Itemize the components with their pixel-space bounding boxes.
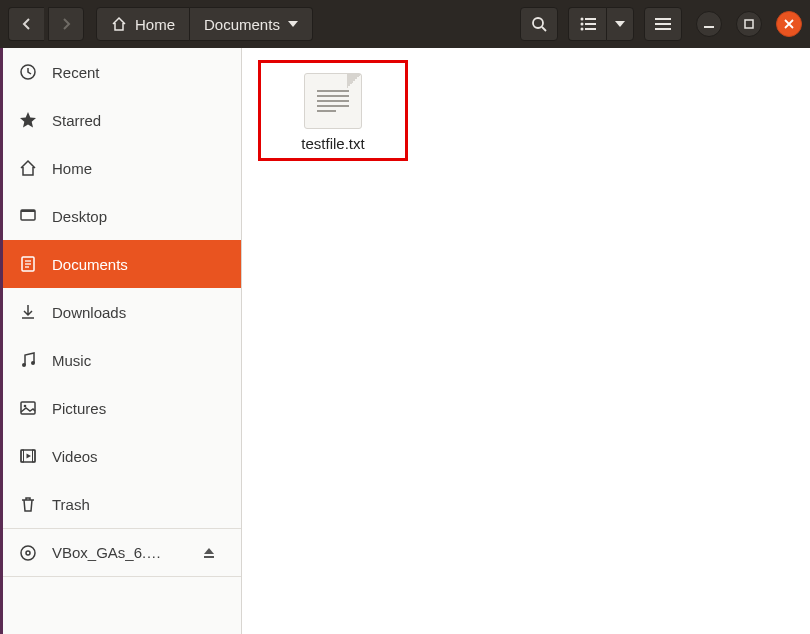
sidebar-item-label: Music bbox=[52, 352, 91, 369]
svg-point-0 bbox=[533, 18, 543, 28]
clock-icon bbox=[18, 63, 38, 81]
list-view-button[interactable] bbox=[568, 7, 606, 41]
hamburger-menu-button[interactable] bbox=[644, 7, 682, 41]
sidebar-item-label: Downloads bbox=[52, 304, 126, 321]
svg-rect-15 bbox=[21, 210, 35, 212]
minimize-button[interactable] bbox=[696, 11, 722, 37]
document-icon bbox=[18, 255, 38, 273]
eject-button[interactable] bbox=[195, 539, 223, 567]
sidebar-item-label: Starred bbox=[52, 112, 101, 129]
svg-rect-9 bbox=[655, 23, 671, 25]
list-icon bbox=[580, 17, 596, 31]
sidebar-item-label: VBox_GAs_6.… bbox=[52, 544, 161, 561]
close-icon bbox=[784, 19, 794, 29]
sidebar-item-recent[interactable]: Recent bbox=[0, 48, 241, 96]
caret-down-icon bbox=[615, 21, 625, 27]
titlebar: Home Documents bbox=[0, 0, 810, 48]
file-label: testfile.txt bbox=[301, 135, 364, 152]
search-icon bbox=[531, 16, 547, 32]
svg-rect-12 bbox=[745, 20, 753, 28]
svg-point-2 bbox=[580, 18, 583, 21]
svg-point-20 bbox=[22, 363, 26, 367]
minimize-icon bbox=[704, 19, 714, 29]
svg-rect-22 bbox=[21, 402, 35, 414]
sidebar-item-desktop[interactable]: Desktop bbox=[0, 192, 241, 240]
svg-rect-25 bbox=[21, 450, 24, 462]
svg-point-28 bbox=[26, 551, 30, 555]
home-icon bbox=[111, 16, 127, 32]
music-icon bbox=[18, 351, 38, 369]
view-options-button[interactable] bbox=[606, 7, 634, 41]
text-file-icon bbox=[304, 73, 362, 129]
sidebar-item-label: Home bbox=[52, 160, 92, 177]
sidebar-item-label: Recent bbox=[52, 64, 100, 81]
svg-point-23 bbox=[24, 405, 27, 408]
sidebar-item-trash[interactable]: Trash bbox=[0, 480, 241, 528]
sidebar-item-downloads[interactable]: Downloads bbox=[0, 288, 241, 336]
svg-line-1 bbox=[542, 27, 546, 31]
svg-rect-5 bbox=[585, 23, 596, 25]
sidebar-item-label: Desktop bbox=[52, 208, 107, 225]
maximize-icon bbox=[744, 19, 754, 29]
download-icon bbox=[18, 303, 38, 321]
svg-rect-3 bbox=[585, 18, 596, 20]
breadcrumb-current-label: Documents bbox=[204, 16, 280, 33]
disc-icon bbox=[18, 544, 38, 562]
svg-rect-10 bbox=[655, 28, 671, 30]
svg-point-4 bbox=[580, 23, 583, 26]
file-pane[interactable]: testfile.txt bbox=[242, 48, 810, 634]
desktop-icon bbox=[18, 207, 38, 225]
eject-icon bbox=[203, 547, 215, 559]
pictures-icon bbox=[18, 399, 38, 417]
home-icon bbox=[18, 159, 38, 177]
sidebar-item-drive[interactable]: VBox_GAs_6.… bbox=[0, 528, 241, 576]
sidebar-item-label: Trash bbox=[52, 496, 90, 513]
sidebar-item-label: Pictures bbox=[52, 400, 106, 417]
sidebar-item-music[interactable]: Music bbox=[0, 336, 241, 384]
forward-button[interactable] bbox=[48, 7, 84, 41]
body: Recent Starred Home Desktop Documents bbox=[0, 48, 810, 634]
back-button[interactable] bbox=[8, 7, 44, 41]
maximize-button[interactable] bbox=[736, 11, 762, 37]
caret-down-icon bbox=[288, 21, 298, 27]
hamburger-icon bbox=[655, 18, 671, 30]
svg-rect-26 bbox=[33, 450, 36, 462]
sidebar-item-documents[interactable]: Documents bbox=[0, 240, 241, 288]
sidebar-item-label: Videos bbox=[52, 448, 98, 465]
sidebar-item-videos[interactable]: Videos bbox=[0, 432, 241, 480]
close-button[interactable] bbox=[776, 11, 802, 37]
svg-rect-8 bbox=[655, 18, 671, 20]
svg-rect-29 bbox=[204, 556, 214, 558]
videos-icon bbox=[18, 447, 38, 465]
trash-icon bbox=[18, 495, 38, 513]
file-item[interactable]: testfile.txt bbox=[258, 60, 408, 161]
chevron-right-icon bbox=[61, 17, 71, 31]
svg-rect-7 bbox=[585, 28, 596, 30]
sidebar-item-starred[interactable]: Starred bbox=[0, 96, 241, 144]
chevron-left-icon bbox=[22, 17, 32, 31]
svg-point-6 bbox=[580, 28, 583, 31]
star-icon bbox=[18, 111, 38, 129]
svg-rect-11 bbox=[704, 26, 714, 28]
breadcrumb: Home Documents bbox=[96, 7, 313, 41]
breadcrumb-home[interactable]: Home bbox=[96, 7, 190, 41]
sidebar-item-home[interactable]: Home bbox=[0, 144, 241, 192]
sidebar-item-pictures[interactable]: Pictures bbox=[0, 384, 241, 432]
breadcrumb-home-label: Home bbox=[135, 16, 175, 33]
search-button[interactable] bbox=[520, 7, 558, 41]
svg-point-27 bbox=[21, 546, 35, 560]
sidebar: Recent Starred Home Desktop Documents bbox=[0, 48, 242, 634]
svg-point-21 bbox=[31, 361, 35, 365]
breadcrumb-current[interactable]: Documents bbox=[190, 7, 313, 41]
sidebar-item-label: Documents bbox=[52, 256, 128, 273]
window-accent-strip bbox=[0, 48, 3, 634]
